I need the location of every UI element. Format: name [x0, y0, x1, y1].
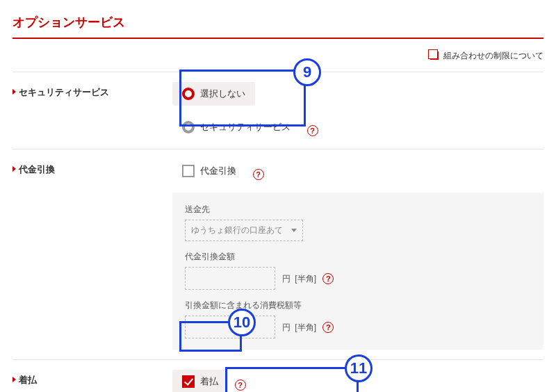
cod-dest-selected: ゆうちょ銀行の口座あて	[191, 224, 283, 236]
chevron-right-icon	[13, 166, 16, 172]
row-collect-label-text: 着払	[19, 374, 37, 386]
checkbox-cod-label: 代金引換	[200, 165, 236, 177]
row-collect-label: 着払	[13, 370, 172, 392]
radio-security-none[interactable]: 選択しない	[172, 82, 255, 106]
top-link-row: 組み合わせの制限について	[13, 47, 543, 72]
row-collect: 着払 着払 ?	[13, 359, 543, 392]
checkbox-cod[interactable]: 代金引換	[172, 159, 246, 183]
radio-selected-icon	[182, 88, 195, 100]
row-cod: 代金引換 代金引換 ? 送金先 ゆうちょ銀行の口座あて 代金引換金額	[13, 149, 543, 359]
cod-subpanel: 送金先 ゆうちょ銀行の口座あて 代金引換金額 円 [半角] ? 引換金額に含まれ	[172, 193, 543, 350]
external-link-icon	[430, 51, 439, 60]
help-icon[interactable]: ?	[235, 379, 246, 391]
cod-amount-unit: 円 [半角]	[282, 274, 319, 284]
radio-unselected-icon	[182, 121, 195, 133]
help-icon[interactable]: ?	[322, 273, 334, 284]
row-cod-label-text: 代金引換	[19, 163, 55, 176]
cod-dest-label: 送金先	[185, 204, 531, 215]
cod-dest-select[interactable]: ゆうちょ銀行の口座あて	[185, 220, 303, 241]
radio-security-none-label: 選択しない	[200, 88, 245, 100]
cod-tax-label: 引換金額に含まれる消費税額等	[185, 300, 531, 311]
checkbox-collect-label: 着払	[200, 375, 218, 388]
cod-tax-unit: 円 [半角]	[282, 322, 319, 332]
help-icon[interactable]: ?	[253, 169, 264, 180]
radio-security-service[interactable]: セキュリティサービス	[172, 115, 300, 139]
title-underline	[13, 38, 543, 39]
row-security-label-text: セキュリティサービス	[19, 86, 109, 99]
help-icon[interactable]: ?	[307, 125, 318, 136]
radio-security-service-label: セキュリティサービス	[200, 121, 291, 133]
row-security-label: セキュリティサービス	[13, 82, 172, 139]
checkbox-collect[interactable]: 着払	[172, 370, 228, 392]
combination-limit-link-label: 組み合わせの制限について	[443, 51, 543, 60]
checkbox-unchecked-icon	[182, 165, 195, 177]
cod-amount-input[interactable]	[185, 267, 275, 290]
help-icon[interactable]: ?	[322, 322, 334, 333]
chevron-down-icon	[291, 229, 297, 232]
chevron-right-icon	[13, 89, 16, 95]
row-security: セキュリティサービス 選択しない セキュリティサービス ?	[13, 72, 543, 149]
row-security-content: 選択しない セキュリティサービス ?	[172, 82, 543, 139]
checkbox-checked-icon	[182, 375, 195, 388]
row-collect-content: 着払 ?	[172, 370, 543, 392]
combination-limit-link[interactable]: 組み合わせの制限について	[430, 51, 543, 60]
row-cod-label: 代金引換	[13, 159, 172, 350]
cod-tax-input[interactable]	[185, 316, 275, 338]
page-title: オプションサービス	[13, 8, 543, 38]
row-cod-content: 代金引換 ? 送金先 ゆうちょ銀行の口座あて 代金引換金額 円 [半角]	[172, 159, 543, 350]
cod-amount-label: 代金引換金額	[185, 251, 531, 263]
chevron-right-icon	[13, 377, 16, 382]
